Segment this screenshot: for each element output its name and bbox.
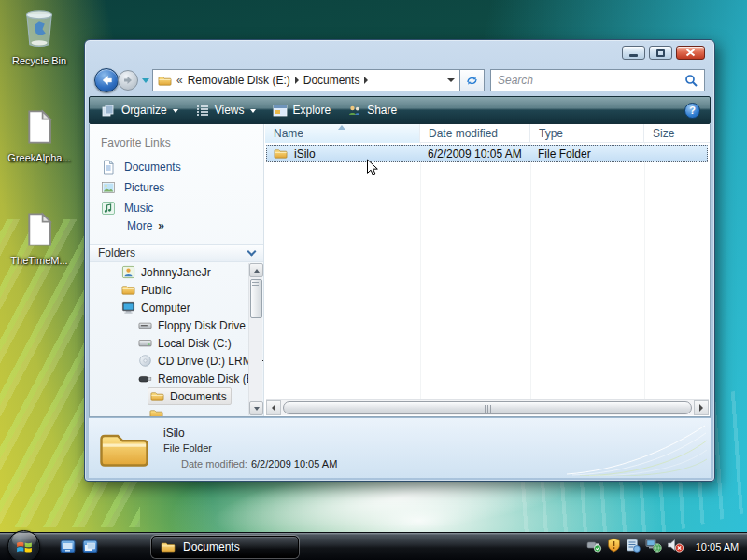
titlebar[interactable]	[85, 40, 714, 64]
scroll-up-icon	[254, 269, 260, 273]
column-header-type[interactable]: Type	[530, 124, 644, 143]
scroll-right-button[interactable]	[694, 400, 709, 415]
show-desktop-button[interactable]	[60, 539, 76, 554]
cd-drive-icon	[138, 354, 152, 368]
tray-app-icon[interactable]	[626, 538, 641, 556]
desktop-icon-label: TheTimeM...	[10, 255, 67, 266]
breadcrumb-segment-drive[interactable]: Removable Disk (E:)	[188, 74, 290, 87]
tree-item-user[interactable]: JohnnyJaneJr	[90, 263, 263, 281]
column-header-size[interactable]: Size	[644, 124, 710, 143]
help-button[interactable]: ?	[684, 103, 700, 119]
search-input[interactable]: Search	[490, 69, 705, 91]
back-arrow-icon	[100, 75, 113, 86]
tree-item-public[interactable]: Public	[90, 281, 263, 299]
search-icon[interactable]	[684, 74, 698, 87]
column-header-date-modified[interactable]: Date modified	[420, 124, 530, 143]
column-label: Date modified	[429, 127, 498, 140]
user-icon	[121, 265, 135, 279]
usb-drive-icon	[138, 371, 152, 385]
details-date-label: Date modified:	[181, 458, 247, 469]
tree-item-local-disk[interactable]: Local Disk (C:)	[90, 334, 263, 352]
favorite-link-music[interactable]: Music	[101, 199, 153, 217]
breadcrumb-segment-documents[interactable]: Documents	[303, 74, 360, 87]
explore-button[interactable]: Explore	[264, 99, 340, 121]
horizontal-scrollbar[interactable]	[266, 399, 709, 415]
favorite-link-pictures[interactable]: Pictures	[101, 178, 164, 196]
scrollbar-thumb[interactable]	[250, 279, 262, 318]
favorite-link-documents[interactable]: Documents	[101, 158, 181, 175]
tree-scrollbar[interactable]	[248, 263, 262, 415]
forward-button[interactable]	[118, 70, 138, 91]
folders-band[interactable]: Folders	[90, 244, 263, 262]
tree-item-floppy[interactable]: Floppy Disk Drive (A	[90, 316, 263, 334]
start-button[interactable]	[7, 530, 40, 560]
breadcrumb-arrow-icon[interactable]	[295, 77, 299, 84]
organize-button[interactable]: Organize	[93, 99, 187, 121]
hard-disk-icon	[138, 336, 152, 350]
close-icon	[685, 49, 696, 57]
tree-item-label: Documents	[170, 390, 227, 403]
favorite-links-title: Favorite Links	[101, 136, 171, 149]
taskbar-clock[interactable]: 10:05 AM	[689, 541, 745, 553]
column-header-name[interactable]: Name	[265, 124, 420, 143]
maximize-button[interactable]	[649, 46, 672, 60]
breadcrumb-overflow-chevrons[interactable]: «	[176, 74, 183, 87]
share-button[interactable]: Share	[339, 99, 405, 121]
document-icon	[21, 108, 57, 149]
explore-icon	[273, 104, 288, 118]
navigation-pane: Favorite Links Documents Pictures Music …	[90, 124, 264, 416]
scroll-left-icon	[272, 404, 275, 412]
address-dropdown-caret-icon[interactable]	[447, 78, 455, 82]
tree-item-documents-selected[interactable]: Documents	[90, 387, 263, 405]
tree-item-computer[interactable]: Computer	[90, 299, 263, 316]
details-item-type: File Folder	[163, 442, 212, 454]
organize-icon	[102, 104, 116, 118]
folders-title: Folders	[98, 246, 135, 259]
close-button[interactable]	[676, 46, 705, 60]
scroll-left-button[interactable]	[266, 400, 281, 415]
column-grid-line	[530, 143, 531, 399]
desktop-icon-greekalpha[interactable]: GreekAlpha...	[0, 108, 78, 163]
tree-item-partial[interactable]	[90, 405, 263, 416]
column-headers: Name Date modified Type Size	[265, 124, 710, 143]
recent-pages-caret-icon[interactable]	[142, 78, 149, 83]
show-desktop-icon	[60, 539, 76, 554]
taskbar-button-documents[interactable]: Documents	[151, 536, 299, 558]
tree-item-cd-drive[interactable]: CD Drive (D:) LRMCF	[90, 352, 263, 370]
explore-label: Explore	[293, 104, 331, 117]
minimize-button[interactable]	[622, 46, 645, 60]
details-item-name: iSilo	[163, 427, 185, 440]
desktop: Recycle Bin GreekAlpha... TheTimeM...	[0, 0, 747, 560]
share-label: Share	[367, 104, 397, 117]
switch-windows-button[interactable]	[82, 539, 98, 554]
volume-muted-icon[interactable]	[667, 538, 684, 556]
search-placeholder: Search	[498, 74, 684, 87]
tree-item-removable-disk[interactable]: Removable Disk (E:)	[90, 370, 263, 387]
recycle-bin-icon	[21, 6, 58, 52]
refresh-icon	[465, 74, 479, 88]
explorer-folder-icon	[161, 539, 176, 554]
views-button[interactable]: Views	[187, 99, 264, 121]
window-content: Favorite Links Documents Pictures Music …	[89, 124, 711, 417]
safely-remove-hardware-icon[interactable]	[586, 538, 602, 556]
file-name: iSilo	[294, 147, 316, 161]
more-links-button[interactable]: More »	[127, 219, 163, 232]
file-row-isilo-selected[interactable]: iSilo 6/2/2009 10:05 AM File Folder	[266, 145, 708, 162]
file-name-cell: iSilo	[267, 147, 420, 161]
column-grid-line	[420, 143, 421, 399]
scrollbar-thumb[interactable]	[283, 401, 692, 414]
scroll-up-button[interactable]	[249, 263, 263, 277]
desktop-icon-thetimem[interactable]: TheTimeM...	[0, 211, 78, 266]
forward-arrow-icon	[122, 76, 134, 85]
breadcrumb-arrow-icon[interactable]	[364, 77, 368, 84]
desktop-icon-recycle-bin[interactable]: Recycle Bin	[0, 6, 78, 66]
refresh-button[interactable]	[460, 69, 485, 91]
tree-item-label: Floppy Disk Drive (A	[158, 319, 260, 332]
network-status-icon[interactable]	[645, 538, 662, 556]
scroll-down-button[interactable]	[249, 401, 263, 415]
scroll-right-icon	[699, 404, 703, 412]
security-shield-icon[interactable]	[607, 538, 621, 556]
views-icon	[195, 104, 209, 118]
back-button[interactable]	[94, 68, 119, 92]
breadcrumb[interactable]: « Removable Disk (E:) Documents	[152, 69, 460, 91]
